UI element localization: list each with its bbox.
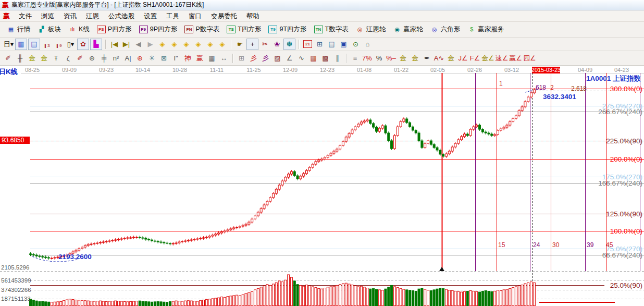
toolbar-button-hexagon[interactable]: ◎六角形 xyxy=(427,24,464,35)
expand-horizontal-icon[interactable]: ◈ xyxy=(181,39,192,50)
gann-tool-icon[interactable]: ❀ xyxy=(271,39,282,50)
wave-tool-icon[interactable]: ❆ xyxy=(283,39,295,50)
width-measure-icon[interactable]: ↔ xyxy=(218,53,229,64)
shen-icon[interactable]: 神 xyxy=(182,53,193,64)
ying-angle-icon[interactable]: 赢∠ xyxy=(509,53,522,64)
gold-square2-icon[interactable]: 金 xyxy=(39,53,49,64)
menu-item-tools[interactable]: 工具 xyxy=(162,11,184,21)
speed-angle-icon[interactable]: 速∠ xyxy=(496,53,509,64)
four-angle-icon[interactable]: 四∠ xyxy=(523,53,536,64)
save-icon[interactable]: ▣ xyxy=(338,39,349,50)
draw-knife-icon[interactable]: ✐ xyxy=(3,53,14,64)
quote-doc-icon[interactable]: ▤ xyxy=(28,39,40,50)
toolbar-button-p-number-table[interactable]: PNP数字表 xyxy=(181,24,223,35)
delete-line-icon[interactable]: ✂ xyxy=(259,39,270,50)
gold-line-icon[interactable]: 金 xyxy=(410,53,420,64)
chart-9-icon[interactable]: ╻₉ xyxy=(53,39,64,50)
toolbar-button-9p-square[interactable]: P99P四方形 xyxy=(135,24,181,35)
fan-lines-icon[interactable]: 彡 xyxy=(248,53,259,64)
angle-lines-icon[interactable]: ∠ xyxy=(284,53,295,64)
toolbar-button-p-square[interactable]: PSP四方形 xyxy=(93,24,135,35)
web-icon[interactable]: ✳ xyxy=(146,53,157,64)
fan-box-icon[interactable]: 彡 xyxy=(260,53,271,64)
t-line-icon[interactable]: Ŧ xyxy=(51,53,61,64)
grid-123-icon[interactable]: ▦ xyxy=(206,53,217,64)
toolbar-button-gann-wheel[interactable]: ◎江恩轮 xyxy=(352,24,390,35)
gold-square-icon[interactable]: 金 xyxy=(27,53,38,64)
gold-angle2-icon[interactable]: 金∠ xyxy=(481,53,494,64)
zigzag-icon[interactable]: ∿ xyxy=(296,53,307,64)
fan-square-icon[interactable]: ▨ xyxy=(272,53,283,64)
network-chart-icon[interactable]: ▦ xyxy=(15,39,27,50)
crosshair-tool-icon[interactable]: + xyxy=(246,39,258,50)
toolbar-button-winner-service[interactable]: $赢家服务 xyxy=(464,24,507,35)
pan-left-icon[interactable]: ◈ xyxy=(157,39,168,50)
ying-icon[interactable]: 赢 xyxy=(194,53,205,64)
parallel-lines-icon[interactable]: ∥ xyxy=(332,53,343,64)
toolbar-button-t-number-table[interactable]: TNT数字表 xyxy=(311,24,352,35)
wave-a-icon[interactable]: A∿ xyxy=(434,53,444,64)
chart-area[interactable]: 08-2509-0909-2310-1410-2811-1111-2512-09… xyxy=(0,66,644,306)
j-angle-icon[interactable]: J∠ xyxy=(457,53,468,64)
menu-item-formula-stock-pick[interactable]: 公式选股 xyxy=(104,11,139,21)
next-bar-icon[interactable]: ▶ xyxy=(145,39,156,50)
red-grid-icon[interactable]: ▦ xyxy=(308,53,319,64)
toolbar-button-sectors[interactable]: ▞板块 xyxy=(34,24,65,35)
i-mark-icon[interactable]: Iʺ xyxy=(170,53,181,64)
hand-tool-icon[interactable]: ☛ xyxy=(234,39,245,50)
pattern-icon[interactable]: ✿ xyxy=(77,39,89,50)
prev-bar-icon[interactable]: ◀ xyxy=(133,39,144,50)
scale-icon[interactable]: ≡ xyxy=(350,53,361,64)
toolbar-separator xyxy=(346,54,346,63)
menu-item-trade-order[interactable]: 交易委托 xyxy=(206,11,242,21)
hatch-icon[interactable]: ╫ xyxy=(15,53,26,64)
last-bar-icon[interactable]: ▶| xyxy=(121,39,132,50)
calculator-icon[interactable]: ⊞ xyxy=(314,39,325,50)
knife2-icon[interactable]: ✐ xyxy=(75,53,85,64)
a-line-icon[interactable]: A| xyxy=(122,53,133,64)
toolbar-button-9t-square[interactable]: T99T四方形 xyxy=(265,24,310,35)
n-square-icon[interactable]: n² xyxy=(110,53,121,64)
percent-line-icon[interactable]: %‒ xyxy=(386,53,397,64)
first-bar-icon[interactable]: |◀ xyxy=(109,39,120,50)
menu-item-gann[interactable]: 江恩 xyxy=(81,11,104,21)
candle-type-dropdown[interactable]: ▯▾ xyxy=(65,39,76,50)
chart-3-icon[interactable]: ╻₃ xyxy=(41,39,52,50)
histogram-icon[interactable]: ▙ xyxy=(90,39,102,50)
frame-icon[interactable]: ⊞ xyxy=(236,53,247,64)
square-web-icon[interactable]: ⊠ xyxy=(158,53,169,64)
clock-circle-icon[interactable]: ⊕ xyxy=(86,53,97,64)
pen-icon[interactable]: ✒ xyxy=(422,53,432,64)
period-daily-dropdown[interactable]: 日▾ xyxy=(3,39,14,50)
compress-horizontal-icon[interactable]: ◈ xyxy=(193,39,204,50)
svg-text:24: 24 xyxy=(533,241,540,249)
toolbar-button-kline[interactable]: ılıK线 xyxy=(65,24,93,35)
toolbar-button-t-square[interactable]: TST四方形 xyxy=(223,24,265,35)
notepad-icon[interactable]: ▤ xyxy=(326,39,337,50)
expand-all-icon[interactable]: ◈ xyxy=(205,39,216,50)
menu-item-news[interactable]: 资讯 xyxy=(59,11,81,21)
spiral-icon[interactable]: ζ xyxy=(63,53,73,64)
dense-grid-icon[interactable]: ▩ xyxy=(320,53,331,64)
search-icon[interactable]: ⊙ xyxy=(350,39,361,50)
percent7-icon[interactable]: 7% xyxy=(362,53,373,64)
menu-item-help[interactable]: 帮助 xyxy=(242,11,264,21)
gold-angle-icon[interactable]: 金 xyxy=(445,53,456,64)
target-icon[interactable]: ⊕ xyxy=(134,53,145,64)
percent-icon[interactable]: % xyxy=(374,53,385,64)
chart-canvas[interactable]: 08-2509-0909-2310-1410-2811-1111-2512-09… xyxy=(0,66,644,306)
menu-item-settings[interactable]: 设置 xyxy=(139,11,162,21)
menu-item-window[interactable]: 窗口 xyxy=(184,11,206,21)
f-angle-icon[interactable]: F∠ xyxy=(469,53,480,64)
title-bar: 赢 赢家江恩专业版[赢家内部服务平台] - [上证指数 SH1A0001-167… xyxy=(0,0,644,10)
toolbar-button-quotes[interactable]: ▦行情 xyxy=(3,24,34,35)
compress-all-icon[interactable]: ◈ xyxy=(217,39,228,50)
toolbar-button-winner-wheel[interactable]: ◉赢家轮 xyxy=(389,24,427,35)
menu-item-file[interactable]: 文件 xyxy=(14,11,36,21)
calendar-icon[interactable]: 21 xyxy=(302,39,313,50)
hatch2-icon[interactable]: ╪ xyxy=(98,53,109,64)
pan-right-icon[interactable]: ◈ xyxy=(169,39,180,50)
remote-icon[interactable]: ⌂ xyxy=(362,39,373,50)
gold-circle-icon[interactable]: 金 xyxy=(398,53,408,64)
menu-item-browse[interactable]: 浏览 xyxy=(36,11,59,21)
